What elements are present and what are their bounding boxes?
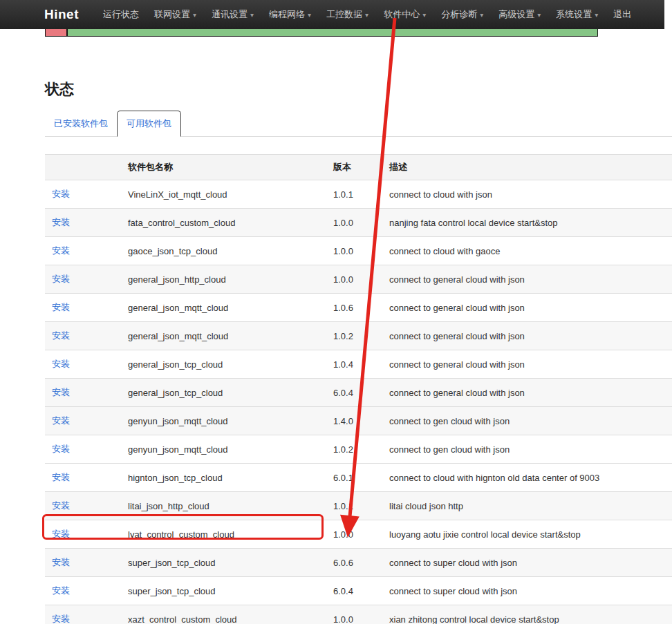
progress-segment-green bbox=[68, 28, 597, 36]
install-link[interactable]: 安装 bbox=[52, 472, 70, 482]
tab-installed-packages[interactable]: 已安装软件包 bbox=[45, 111, 117, 136]
install-link[interactable]: 安装 bbox=[52, 217, 70, 227]
nav-item-编程网络[interactable]: 编程网络 ▾ bbox=[261, 0, 319, 29]
description-cell: litai cloud json http bbox=[382, 492, 672, 520]
package-name-cell: VineLinX_iot_mqtt_cloud bbox=[121, 180, 326, 209]
version-cell: 6.0.4 bbox=[326, 577, 382, 605]
install-link[interactable]: 安装 bbox=[52, 274, 70, 284]
table-row[interactable]: 安装 general_json_mqtt_cloud 1.0.6 connect… bbox=[45, 294, 672, 322]
version-cell: 6.0.4 bbox=[326, 379, 382, 407]
progress-segment-red bbox=[46, 28, 68, 36]
table-body: 安装 VineLinX_iot_mqtt_cloud 1.0.1 connect… bbox=[45, 180, 672, 624]
install-link[interactable]: 安装 bbox=[52, 444, 70, 454]
nav-item-系统设置[interactable]: 系统设置 ▾ bbox=[548, 0, 606, 29]
version-cell: 1.0.2 bbox=[326, 322, 382, 350]
description-cell: xian zhitong control local device start&… bbox=[382, 605, 672, 624]
nav-item-通讯设置[interactable]: 通讯设置 ▾ bbox=[204, 0, 261, 29]
caret-down-icon: ▾ bbox=[537, 11, 541, 19]
version-cell: 1.0.0 bbox=[326, 265, 382, 294]
package-name-cell: genyun_json_mqtt_cloud bbox=[121, 435, 326, 464]
table-row[interactable]: 安装 litai_json_http_cloud 1.0.1 litai clo… bbox=[45, 492, 672, 520]
install-link[interactable]: 安装 bbox=[52, 330, 70, 341]
header-description: 描述 bbox=[382, 155, 672, 180]
install-link[interactable]: 安装 bbox=[52, 500, 70, 511]
table-row[interactable]: 安装 fata_control_custom_cloud 1.0.0 nanji… bbox=[45, 209, 672, 237]
package-name-cell: fata_control_custom_cloud bbox=[121, 209, 326, 237]
table-header-row: 软件包名称 版本 描述 bbox=[45, 155, 672, 180]
package-name-cell: general_json_mqtt_cloud bbox=[121, 322, 326, 350]
caret-down-icon: ▾ bbox=[595, 11, 598, 19]
description-cell: luoyang aotu jixie control local device … bbox=[382, 520, 672, 549]
version-cell: 1.0.1 bbox=[326, 492, 382, 520]
table-row[interactable]: 安装 general_json_mqtt_cloud 1.0.2 connect… bbox=[45, 322, 672, 350]
description-cell: connect to super cloud with json bbox=[382, 577, 672, 605]
caret-down-icon: ▾ bbox=[422, 11, 426, 19]
header-package-name: 软件包名称 bbox=[121, 155, 326, 180]
package-name-cell: general_json_tcp_cloud bbox=[121, 350, 326, 379]
package-name-cell: litai_json_http_cloud bbox=[121, 492, 326, 520]
version-cell: 1.0.0 bbox=[326, 237, 382, 265]
version-cell: 1.0.0 bbox=[326, 605, 382, 624]
version-cell: 1.0.2 bbox=[326, 435, 382, 464]
install-link[interactable]: 安装 bbox=[52, 359, 70, 369]
navbar: Hinet 运行状态 联网设置 ▾ 通讯设置 ▾ 编程网络 ▾ 工控数据 ▾ 软… bbox=[0, 0, 664, 29]
package-name-cell: general_json_tcp_cloud bbox=[121, 379, 326, 407]
version-cell: 1.0.6 bbox=[326, 294, 382, 322]
nav-item-运行状态[interactable]: 运行状态 bbox=[95, 0, 147, 29]
caret-down-icon: ▾ bbox=[193, 11, 196, 19]
package-name-cell: general_json_http_cloud bbox=[121, 265, 326, 294]
nav-item-工控数据[interactable]: 工控数据 ▾ bbox=[319, 0, 376, 29]
install-link[interactable]: 安装 bbox=[52, 557, 70, 567]
table-row[interactable]: 安装 general_json_tcp_cloud 1.0.4 connect … bbox=[45, 350, 672, 379]
caret-down-icon: ▾ bbox=[308, 11, 311, 19]
table-row[interactable]: 安装 super_json_tcp_cloud 6.0.4 connect to… bbox=[45, 577, 672, 605]
nav-item-高级设置[interactable]: 高级设置 ▾ bbox=[491, 0, 548, 29]
table-row[interactable]: 安装 genyun_json_mqtt_cloud 1.4.0 connect … bbox=[45, 407, 672, 435]
package-name-cell: lyat_control_custom_cloud bbox=[121, 520, 326, 549]
description-cell: connect to general cloud with json bbox=[382, 294, 672, 322]
description-cell: connect to gen cloud with json bbox=[382, 407, 672, 435]
description-cell: connect to general cloud with json bbox=[382, 265, 672, 294]
table-row-highlighted[interactable]: 安装 super_json_tcp_cloud 6.0.6 connect to… bbox=[45, 549, 672, 577]
nav-item-分析诊断[interactable]: 分析诊断 ▾ bbox=[433, 0, 491, 29]
version-cell: 6.0.1 bbox=[326, 464, 382, 492]
description-cell: connect to cloud with gaoce bbox=[382, 237, 672, 265]
tab-bar: 已安装软件包 可用软件包 bbox=[45, 111, 672, 137]
nav-item-退出[interactable]: 退出 bbox=[606, 0, 639, 29]
table-row[interactable]: 安装 xazt_control_custom_cloud 1.0.0 xian … bbox=[45, 605, 672, 624]
install-link[interactable]: 安装 bbox=[52, 302, 70, 312]
package-name-cell: genyun_json_mqtt_cloud bbox=[121, 407, 326, 435]
description-cell: connect to gen cloud with json bbox=[382, 435, 672, 464]
nav-item-软件中心[interactable]: 软件中心 ▾ bbox=[376, 0, 433, 29]
tab-available-packages[interactable]: 可用软件包 bbox=[117, 111, 181, 137]
install-link[interactable]: 安装 bbox=[52, 529, 70, 539]
install-link[interactable]: 安装 bbox=[52, 189, 70, 199]
description-cell: nanjing fata control local device start&… bbox=[382, 209, 672, 237]
install-link[interactable]: 安装 bbox=[52, 387, 70, 397]
screen: Hinet 运行状态 联网设置 ▾ 通讯设置 ▾ 编程网络 ▾ 工控数据 ▾ 软… bbox=[0, 0, 672, 624]
version-cell: 1.0.0 bbox=[326, 209, 382, 237]
version-cell: 1.4.0 bbox=[326, 407, 382, 435]
install-link[interactable]: 安装 bbox=[52, 585, 70, 596]
version-cell: 1.0.4 bbox=[326, 350, 382, 379]
table-row[interactable]: 安装 hignton_json_tcp_cloud 6.0.1 connect … bbox=[45, 464, 672, 492]
install-link[interactable]: 安装 bbox=[52, 245, 70, 256]
table-row[interactable]: 安装 gaoce_json_tcp_cloud 1.0.0 connect to… bbox=[45, 237, 672, 265]
table-row[interactable]: 安装 genyun_json_mqtt_cloud 1.0.2 connect … bbox=[45, 435, 672, 464]
package-name-cell: xazt_control_custom_cloud bbox=[121, 605, 326, 624]
table-row[interactable]: 安装 general_json_http_cloud 1.0.0 connect… bbox=[45, 265, 672, 294]
table-row[interactable]: 安装 general_json_tcp_cloud 6.0.4 connect … bbox=[45, 379, 672, 407]
version-cell: 1.0.0 bbox=[326, 520, 382, 549]
install-link[interactable]: 安装 bbox=[52, 415, 70, 426]
description-cell: connect to cloud with hignton old data c… bbox=[382, 464, 672, 492]
nav-item-联网设置[interactable]: 联网设置 ▾ bbox=[147, 0, 204, 29]
install-link[interactable]: 安装 bbox=[52, 614, 70, 624]
table-row[interactable]: 安装 VineLinX_iot_mqtt_cloud 1.0.1 connect… bbox=[45, 180, 672, 209]
package-name-cell: gaoce_json_tcp_cloud bbox=[121, 237, 326, 265]
description-cell: connect to super cloud with json bbox=[382, 549, 672, 577]
header-action bbox=[45, 155, 121, 180]
nav-menu: 运行状态 联网设置 ▾ 通讯设置 ▾ 编程网络 ▾ 工控数据 ▾ 软件中心 ▾ … bbox=[95, 0, 639, 29]
main-content: 状态 已安装软件包 可用软件包 软件包名称 版本 描述 安装 VineLinX_… bbox=[45, 0, 672, 624]
packages-table: 软件包名称 版本 描述 安装 VineLinX_iot_mqtt_cloud 1… bbox=[45, 154, 672, 624]
table-row[interactable]: 安装 lyat_control_custom_cloud 1.0.0 luoya… bbox=[45, 520, 672, 549]
